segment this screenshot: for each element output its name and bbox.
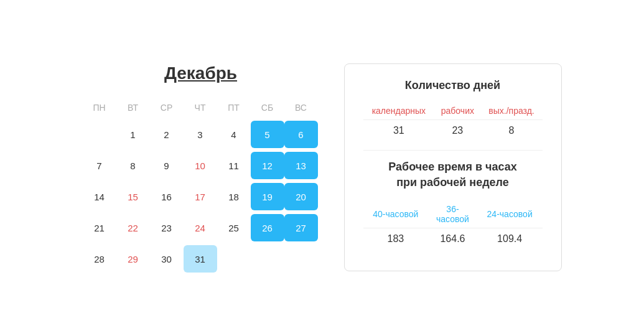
- calendar-day: 23: [150, 214, 184, 241]
- calendar-day: 19: [251, 183, 284, 210]
- days-count-title: Количество дней: [363, 79, 543, 92]
- calendar-day: 31: [184, 245, 217, 273]
- calendar-day: 22: [116, 214, 150, 241]
- calendar-day: 28: [83, 245, 116, 273]
- calendar-day: 25: [217, 214, 251, 241]
- calendar-day: [217, 245, 251, 273]
- section-divider: [363, 150, 543, 151]
- hours-24h-value: 109.4: [477, 228, 543, 250]
- days-weekend-value: 8: [481, 120, 543, 142]
- col-header-36h: 36-часовой: [428, 200, 477, 228]
- day-header: ЧТ: [184, 98, 217, 117]
- calendar-day: 3: [184, 121, 217, 148]
- calendar-day: 20: [284, 183, 318, 210]
- day-header: СБ: [251, 98, 284, 117]
- calendar-day: 27: [284, 214, 318, 241]
- calendar-grid: ПНВТСРЧТПТСБВС12345678910111213141516171…: [83, 98, 319, 273]
- col-header-weekend: вых./празд.: [481, 102, 543, 120]
- calendar-day: 7: [83, 152, 116, 179]
- calendar-day: 17: [184, 183, 217, 210]
- info-panel: Количество дней календарных рабочих вых.…: [344, 63, 562, 271]
- calendar-title: Декабрь: [83, 63, 319, 83]
- calendar-day: 11: [217, 152, 251, 179]
- hours-36h-value: 164.6: [428, 228, 477, 250]
- days-table: календарных рабочих вых./празд. 31 23 8: [363, 102, 543, 141]
- calendar-day: 30: [150, 245, 184, 273]
- work-hours-title: Рабочее время в часах при рабочей неделе: [363, 159, 543, 190]
- calendar-day: 6: [284, 121, 318, 148]
- calendar-day: 12: [251, 152, 284, 179]
- col-header-calendar: календарных: [363, 102, 435, 120]
- day-header: СР: [150, 98, 184, 117]
- calendar-day: 18: [217, 183, 251, 210]
- calendar-day: 10: [184, 152, 217, 179]
- calendar-day: 15: [116, 183, 150, 210]
- calendar-day: 24: [184, 214, 217, 241]
- calendar-day: [251, 245, 284, 273]
- calendar-day: 2: [150, 121, 184, 148]
- calendar-day: 13: [284, 152, 318, 179]
- main-container: Декабрь ПНВТСРЧТПТСБВС123456789101112131…: [58, 45, 587, 291]
- col-header-24h: 24-часовой: [477, 200, 543, 228]
- day-header: ВТ: [116, 98, 150, 117]
- calendar-day: 4: [217, 121, 251, 148]
- calendar-day: 1: [116, 121, 150, 148]
- days-work-value: 23: [434, 120, 480, 142]
- hours-40h-value: 183: [363, 228, 429, 250]
- calendar-day: [83, 121, 116, 148]
- col-header-40h: 40-часовой: [363, 200, 429, 228]
- day-header: ВС: [284, 98, 318, 117]
- calendar-day: [284, 245, 318, 273]
- hours-table: 40-часовой 36-часовой 24-часовой 183 164…: [363, 200, 543, 250]
- calendar-day: 9: [150, 152, 184, 179]
- day-header: ПТ: [217, 98, 251, 117]
- calendar: Декабрь ПНВТСРЧТПТСБВС123456789101112131…: [83, 63, 319, 273]
- calendar-day: 14: [83, 183, 116, 210]
- calendar-day: 8: [116, 152, 150, 179]
- calendar-day: 26: [251, 214, 284, 241]
- calendar-day: 21: [83, 214, 116, 241]
- calendar-day: 5: [251, 121, 284, 148]
- col-header-work: рабочих: [434, 102, 480, 120]
- calendar-day: 29: [116, 245, 150, 273]
- calendar-day: 16: [150, 183, 184, 210]
- day-header: ПН: [83, 98, 116, 117]
- days-calendar-value: 31: [363, 120, 435, 142]
